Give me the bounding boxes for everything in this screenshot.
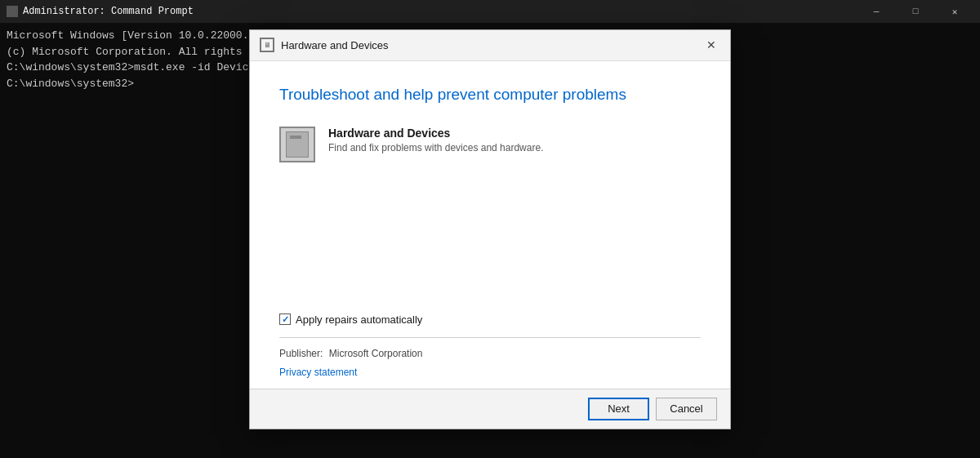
dialog-footer-area: ✓ Apply repairs automatically Publisher:… <box>250 313 730 389</box>
dialog-titlebar: 🖥 Hardware and Devices ✕ <box>250 30 730 61</box>
publisher-row: Publisher: Microsoft Corporation <box>279 348 701 359</box>
separator <box>279 337 701 338</box>
tool-title: Hardware and Devices <box>328 127 543 140</box>
cancel-button[interactable]: Cancel <box>656 398 717 420</box>
dialog-icon: 🖥 <box>260 38 274 52</box>
tool-icon <box>279 127 315 162</box>
checkbox-check: ✓ <box>282 314 289 325</box>
tool-entry: Hardware and Devices Find and fix proble… <box>279 127 701 162</box>
repairs-checkbox[interactable]: ✓ <box>279 313 291 325</box>
privacy-link[interactable]: Privacy statement <box>279 367 357 378</box>
next-button[interactable]: Next <box>588 398 649 420</box>
dialog-content: Troubleshoot and help prevent computer p… <box>250 61 730 313</box>
dialog-title-area: 🖥 Hardware and Devices <box>260 38 389 52</box>
tool-desc: Find and fix problems with devices and h… <box>328 142 543 153</box>
dialog-heading: Troubleshoot and help prevent computer p… <box>279 86 701 104</box>
dialog-buttons-bar: Next Cancel <box>250 389 730 429</box>
dialog-title: Hardware and Devices <box>281 39 389 51</box>
tool-icon-inner <box>286 131 309 158</box>
tool-text-group: Hardware and Devices Find and fix proble… <box>328 127 543 153</box>
repairs-label: Apply repairs automatically <box>296 313 422 326</box>
publisher-name: Microsoft Corporation <box>329 348 423 359</box>
publisher-label: Publisher: <box>279 348 323 359</box>
dialog-overlay: 🖥 Hardware and Devices ✕ Troubleshoot an… <box>0 0 980 458</box>
repairs-row: ✓ Apply repairs automatically <box>279 313 701 326</box>
dialog-close-btn[interactable]: ✕ <box>699 33 724 57</box>
troubleshoot-dialog: 🖥 Hardware and Devices ✕ Troubleshoot an… <box>249 29 731 429</box>
